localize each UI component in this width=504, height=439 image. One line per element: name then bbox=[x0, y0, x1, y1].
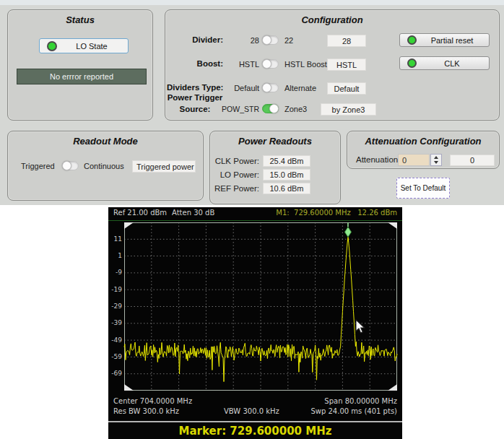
y-axis-label: -39 bbox=[108, 319, 122, 326]
y-axis-label: -59 bbox=[108, 353, 122, 360]
ref-level-text: Ref 21.00 dBm bbox=[113, 209, 167, 217]
corner-wedge-tl bbox=[124, 222, 134, 229]
marker-bar-text: Marker: 729.600000 MHz bbox=[179, 425, 332, 438]
clk-power-value: 25.4 dBm bbox=[263, 155, 310, 167]
clk-led-icon bbox=[407, 58, 417, 68]
corner-wedge-tr bbox=[388, 222, 397, 229]
attenuation-spinner[interactable] bbox=[430, 154, 442, 166]
corner-wedge-bl bbox=[124, 384, 134, 391]
control-section: Status LO State No errror reported Confi… bbox=[0, 0, 504, 205]
boost-option-b: HSTL Boost bbox=[284, 60, 327, 69]
spinner-up-icon[interactable] bbox=[431, 155, 441, 160]
readout-mode-toggle-knob bbox=[62, 161, 71, 170]
boost-label: Boost: bbox=[173, 59, 223, 68]
configuration-panel-title: Configuration bbox=[165, 14, 499, 25]
readout-mode-panel: Readout Mode Triggered Continuous Trigge… bbox=[7, 131, 204, 201]
ref-power-value: 10.6 dBm bbox=[263, 183, 310, 194]
partial-reset-label: Partial reset bbox=[422, 36, 482, 45]
power-readouts-title: Power Readouts bbox=[210, 136, 340, 147]
partial-reset-button[interactable]: Partial reset bbox=[399, 33, 490, 47]
divider-toggle-knob bbox=[262, 35, 271, 45]
divider-label: Divider: bbox=[173, 35, 223, 44]
status-message-bar: No errror reported bbox=[17, 69, 147, 84]
readout-mode-title: Readout Mode bbox=[8, 136, 203, 147]
dividers-type-label: Dividers Type: bbox=[167, 83, 223, 92]
lo-state-led-icon bbox=[47, 41, 57, 51]
attenuation-panel: Attenuation Configuration Attenuation: 0… bbox=[347, 131, 500, 169]
boost-toggle[interactable] bbox=[262, 59, 279, 69]
res-bw-text: Res BW 300.0 kHz bbox=[113, 407, 179, 415]
clk-power-label: CLK Power: bbox=[213, 157, 259, 165]
spectrum-analyzer-screen: Ref 21.00 dBm Atten 30 dB M1: 729.60000 … bbox=[108, 207, 402, 439]
dividers-type-value-field[interactable]: Default bbox=[327, 82, 366, 95]
vbw-text: VBW 300.0 kHz bbox=[224, 407, 279, 415]
clk-button[interactable]: CLK bbox=[399, 56, 490, 70]
dividers-type-toggle[interactable] bbox=[262, 83, 279, 92]
center-freq-text: Center 704.0000 MHz bbox=[113, 397, 192, 405]
boost-value-field[interactable]: HSTL bbox=[327, 58, 366, 71]
attenuation-title: Attenuation Configuration bbox=[347, 136, 499, 147]
marker-diamond-icon[interactable] bbox=[344, 227, 351, 237]
power-trigger-option-b: Zone3 bbox=[284, 105, 307, 113]
dividers-type-toggle-knob bbox=[262, 83, 271, 92]
divider-option-a: 28 bbox=[222, 36, 259, 45]
readout-mode-option-b: Continuous bbox=[84, 162, 124, 170]
attenuation-spin-input[interactable]: 0 bbox=[398, 154, 430, 166]
divider-value-field[interactable]: 28 bbox=[327, 35, 366, 47]
y-axis-label: -69 bbox=[108, 370, 122, 377]
atten-text: Atten 30 dB bbox=[172, 209, 214, 217]
power-trigger-option-a: POW_STR bbox=[222, 105, 259, 113]
ref-power-label: REF Power: bbox=[213, 184, 259, 193]
boost-option-a: HSTL bbox=[222, 60, 259, 69]
configuration-panel: Configuration Divider: 28 22 28 Boost: H… bbox=[165, 9, 500, 121]
set-to-default-button[interactable]: Set To Default bbox=[396, 178, 450, 199]
dividers-type-option-a: Default bbox=[222, 84, 259, 92]
attenuation-label: Attenuation: bbox=[356, 155, 400, 164]
readout-mode-option-a: Triggered bbox=[21, 162, 55, 170]
power-trigger-toggle[interactable] bbox=[262, 104, 279, 113]
partial-reset-led-icon bbox=[407, 35, 417, 45]
status-panel: Status LO State No errror reported bbox=[7, 9, 153, 121]
corner-wedge-br bbox=[388, 384, 397, 391]
boost-toggle-knob bbox=[262, 59, 271, 69]
spinner-down-icon[interactable] bbox=[431, 160, 441, 166]
graticule-grid bbox=[124, 222, 397, 391]
lo-state-indicator[interactable]: LO State bbox=[39, 38, 129, 53]
divider-option-b: 22 bbox=[284, 36, 293, 45]
status-message-text: No errror reported bbox=[50, 72, 113, 81]
header-separator-line bbox=[108, 220, 402, 221]
power-trigger-toggle-knob bbox=[269, 104, 279, 113]
y-axis-label: -29 bbox=[108, 303, 122, 310]
marker-readout-text: M1: 729.60000 MHz 12.26 dBm bbox=[276, 209, 397, 217]
status-panel-title: Status bbox=[8, 14, 152, 25]
attenuation-value-field: 0 bbox=[450, 155, 495, 166]
y-axis-label: -49 bbox=[108, 336, 122, 344]
y-axis-label: 1 bbox=[108, 252, 122, 259]
top-strip bbox=[0, 0, 504, 5]
spectrum-plot bbox=[108, 222, 402, 391]
power-trigger-value-field[interactable]: by Zone3 bbox=[321, 103, 376, 116]
divider-toggle[interactable] bbox=[262, 35, 279, 45]
marker-bar: Marker: 729.600000 MHz bbox=[108, 422, 402, 439]
readout-mode-value-field[interactable]: Triggered power bbox=[132, 160, 196, 173]
dividers-type-option-b: Alternate bbox=[284, 84, 316, 92]
lo-power-label: LO Power: bbox=[213, 170, 259, 179]
y-axis-label: -9 bbox=[108, 269, 122, 276]
span-text: Span 80.00000 MHz bbox=[324, 397, 397, 405]
lo-state-label: LO State bbox=[63, 42, 121, 51]
y-axis-label: -19 bbox=[108, 286, 122, 293]
power-readouts-panel: Power Readouts CLK Power: 25.4 dBm LO Po… bbox=[209, 131, 341, 204]
lo-power-value: 15.0 dBm bbox=[263, 169, 310, 181]
application-window: Status LO State No errror reported Confi… bbox=[0, 0, 504, 439]
readout-mode-toggle[interactable] bbox=[62, 161, 79, 170]
y-axis-label: 11 bbox=[108, 235, 122, 243]
clk-label: CLK bbox=[422, 59, 482, 68]
power-trigger-label-line2: Source: bbox=[167, 105, 223, 113]
power-trigger-label-line1: Power Trigger bbox=[167, 93, 223, 102]
sweep-text: Swp 24.00 ms (401 pts) bbox=[310, 407, 397, 415]
